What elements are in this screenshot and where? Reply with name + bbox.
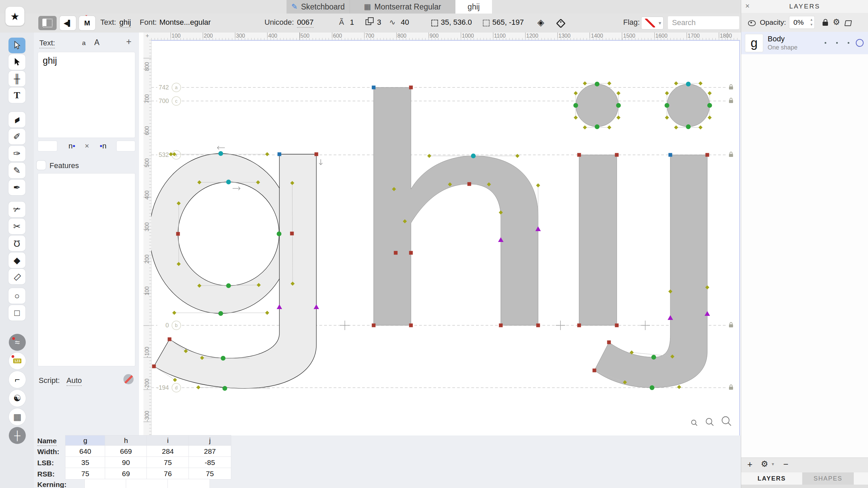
layers-stack-icon[interactable]: ◈ [537,17,544,28]
rsb-i[interactable]: 76 [147,468,189,479]
layer-row-body[interactable]: g Body One shape [741,32,868,54]
sidebar-toggle-button[interactable] [38,16,57,30]
lsb-j[interactable]: -85 [189,457,231,468]
name-row-label[interactable]: Name [37,437,57,446]
glyph-i-stem[interactable] [579,155,617,325]
scissors-tool[interactable]: ✂ [8,219,25,234]
search-input[interactable] [668,16,739,29]
kerning-gh[interactable] [85,479,126,488]
brush-tool[interactable]: ✐ [8,129,25,144]
pencil-tool[interactable]: ✎ [8,163,25,178]
stepper-up-icon[interactable]: ▴ [810,17,812,21]
tab-sketchboard[interactable]: ✎ Sketchboard [287,0,350,14]
plugin-fit-curve[interactable]: ⌐ [9,371,26,388]
lsb-i[interactable]: 75 [147,457,189,468]
gear-icon[interactable]: ⚙ [761,459,768,469]
zoom-out-icon[interactable] [692,420,697,426]
features-list[interactable] [38,174,135,366]
layer-dot-indicator[interactable] [825,42,826,44]
width-j[interactable]: 287 [189,446,231,457]
glyph-g-outline[interactable] [151,154,316,388]
add-layer-button[interactable]: + [747,459,752,470]
kern-pair-left-control[interactable]: •n [100,142,106,150]
glyph-header-g[interactable]: g [65,435,105,446]
lock-icon[interactable] [729,152,733,157]
tab-layers[interactable]: LAYERS [741,472,802,485]
lock-icon[interactable] [729,385,733,390]
eye-icon[interactable] [748,20,756,26]
magnet-tool[interactable]: Ω [8,236,25,251]
plugin-guides[interactable]: ┼ [9,427,26,444]
kerning-ij[interactable] [168,479,210,488]
width-g[interactable]: 640 [65,446,105,457]
lowercase-button[interactable]: a [82,39,86,47]
kern-left-field[interactable] [38,141,57,151]
tag-icon[interactable] [556,19,566,28]
shape-flag-icon[interactable] [845,20,852,26]
font-value[interactable]: Montse...egular [159,18,211,27]
bucket-tool[interactable]: ◆ [8,252,25,268]
tab-shapes[interactable]: SHAPES [802,472,854,485]
kern-right-field[interactable] [117,141,135,151]
glyph-header-h[interactable]: h [105,435,147,446]
script-value[interactable]: Auto [66,376,82,386]
glyph-h-outline[interactable] [374,87,538,325]
flag-dropdown[interactable]: ▾ [642,17,663,29]
glyph-header-i[interactable]: i [147,435,189,446]
sample-text-area[interactable]: ghij [38,52,135,138]
lock-icon[interactable] [729,98,733,103]
ellipse-tool[interactable]: ○ [8,288,25,304]
kern-pair-right-control[interactable]: n• [68,142,75,150]
rectangle-tool[interactable]: □ [8,305,25,321]
zoom-in-icon[interactable] [722,417,731,426]
tab-montserrat-regular[interactable]: ▦ Montserrat Regular [350,0,455,14]
plugin-show-coordinates[interactable]: 123 [9,352,26,369]
layer-dot-indicator[interactable] [848,42,849,44]
direct-select-tool[interactable] [8,54,25,70]
layer-visibility-circle[interactable] [856,39,864,47]
knife-tool[interactable]: ✃ [8,202,25,217]
text-value[interactable]: ghij [119,18,131,28]
stepper-down-icon[interactable]: ▾ [810,22,812,26]
plugin-grid[interactable]: ▦ [9,408,26,425]
glyph-j-dot[interactable] [667,84,710,127]
chevron-down-icon[interactable]: ▾ [772,461,774,467]
width-h[interactable]: 669 [105,446,147,457]
glyph-header-j[interactable]: j [189,435,231,446]
lock-icon[interactable] [729,323,733,328]
rsb-g[interactable]: 75 [65,468,105,479]
mark-mode-button[interactable]: Mˇ [79,16,95,30]
metrics-tool[interactable]: ╫ [8,71,25,86]
lsb-g[interactable]: 35 [65,457,105,468]
add-text-button[interactable]: + [126,37,132,47]
zoom-reset-icon[interactable] [706,419,714,426]
plugin-curve-equalizer[interactable]: ≈ [9,334,26,351]
stepper-control[interactable]: ▴ ▾ [810,17,812,27]
guide-ascender[interactable]: 742 a [151,83,733,92]
rsb-j[interactable]: 75 [189,468,231,479]
tab-ghij[interactable]: ghij [455,0,492,14]
calligraphy-tool[interactable]: ✑ [8,146,25,161]
layer-dot-indicator[interactable] [836,42,838,44]
ruler-origin-button[interactable]: + [143,33,152,40]
kern-mode-button[interactable]: ◀▌ [60,16,76,30]
kerning-hi[interactable] [126,479,168,488]
lock-icon[interactable] [823,22,828,26]
lock-icon[interactable] [729,85,733,90]
kern-clear-button[interactable]: × [85,142,89,150]
opacity-input[interactable]: 0% ▴ ▾ [789,16,814,28]
panel-text-label[interactable]: Text: [39,39,55,48]
erase-tool[interactable]: ▰ [8,112,25,127]
select-tool[interactable] [8,38,25,53]
lsb-h[interactable]: 90 [105,457,147,468]
pen-nib-tool[interactable]: ✒ [8,180,25,195]
glyph-edit-canvas[interactable]: + 100 200 300 400 500 600 700 800 900 10… [139,33,741,435]
plugin-harmonizer[interactable]: ☯ [9,390,26,407]
glyph-outline-view[interactable]: 742 a 700 c 532 x 0 [151,40,740,435]
glyph-i-dot[interactable] [576,84,618,127]
guide-cap-height[interactable]: 700 c [151,97,733,105]
ruler-tool[interactable]: ▭ [8,269,25,284]
text-tool[interactable]: T [8,87,25,103]
no-color-icon[interactable] [123,374,134,384]
uppercase-button[interactable]: A [94,38,99,47]
